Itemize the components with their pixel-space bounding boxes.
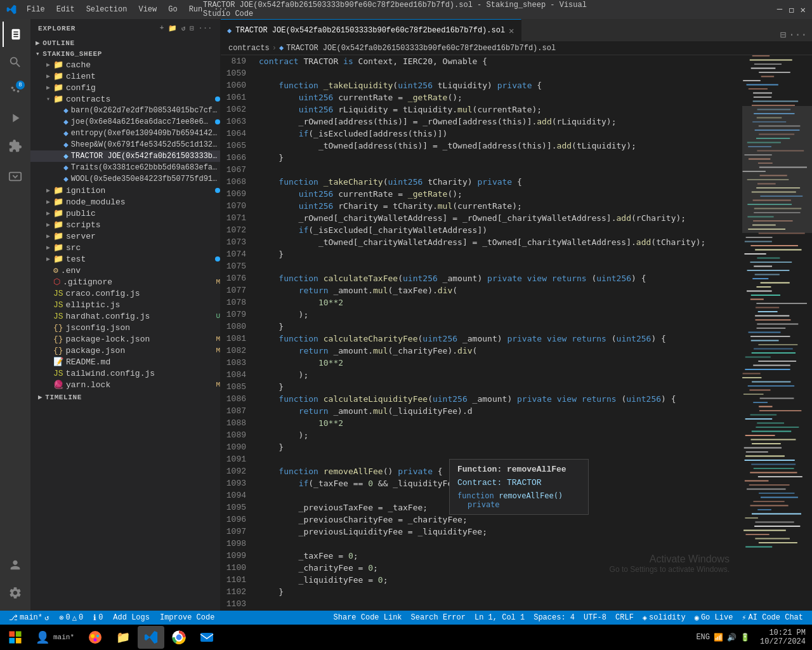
menu-view[interactable]: View [133,4,162,15]
tree-item-cache[interactable]: ▶ 📁 cache [30,59,220,70]
tree-item-config[interactable]: ▶ 📁 config [30,82,220,93]
git-branch-status[interactable]: ⎇ main* ↺ [5,611,53,625]
tree-item-entropy[interactable]: ◆ entropy(0xef0e1309409b7b6594142ba0f349… [30,128,220,139]
more-actions-icon[interactable]: ··· [789,29,807,41]
cursor-position-status[interactable]: Ln 1, Col 1 [471,613,528,622]
close-button[interactable]: ✕ [801,4,806,15]
taskbar-user[interactable]: 👤 main* [29,626,81,649]
tab-close-button[interactable]: ✕ [509,25,514,36]
taskbar-clock[interactable]: 10:21 PM 10/27/2024 [756,628,809,646]
encoding-status[interactable]: UTF-8 [580,613,610,622]
tree-item-tailwind[interactable]: JS tailwind.config.js [30,368,220,379]
language-systray[interactable]: ENG [696,633,710,642]
vscode-logo-icon [6,4,16,15]
time-display: 10:21 PM [769,628,806,637]
source-control-activity-icon[interactable]: 8 [3,77,28,103]
taskbar-custom-app[interactable] [82,626,108,649]
remote-explorer-activity-icon[interactable] [3,164,28,189]
collapse-all-icon[interactable]: ⊟ [190,24,194,32]
ai-code-chat-button[interactable]: ⚡ AI Code Chat [738,613,807,623]
search-activity-icon[interactable] [3,50,28,75]
tree-item-package[interactable]: {} package.json M [30,345,220,356]
project-section-header[interactable]: ▾ STAKING_SHEEP [30,48,220,59]
tree-item-contracts[interactable]: ▾ 📁 contracts [30,93,220,105]
code-line: } [259,586,742,598]
minimize-button[interactable]: ─ [777,4,782,15]
tree-item-env[interactable]: ⚙ .env [30,265,220,276]
windows-start-button[interactable] [3,625,28,650]
explorer-activity-icon[interactable] [3,22,28,47]
volume-icon[interactable]: 🔊 [727,633,737,642]
file-spacer [43,322,53,333]
share-code-button[interactable]: Share Code Link [330,613,406,622]
menu-edit[interactable]: Edit [51,4,80,15]
outline-section-header[interactable]: ▶ OUTLINE [30,37,220,48]
taskbar-outlook[interactable] [193,626,220,649]
tree-item-wool[interactable]: ◆ WOOL(0x5ede350e84223fb50775fd91a723f2c… [30,173,220,185]
battery-icon[interactable]: 🔋 [740,633,750,642]
outline-chevron-icon: ▶ [36,39,40,47]
tree-item-barn[interactable]: ◆ barn(0x262d7e2df7b08534015bc7cf259d918… [30,105,220,116]
tree-item-client[interactable]: ▶ 📁 client [30,70,220,82]
line-ending-status[interactable]: CRLF [612,613,638,622]
active-tab[interactable]: ◆ TRACTOR JOE(0x542fa0b261503333b90fe60c… [221,19,521,41]
tree-item-scripts[interactable]: ▶ 📁 scripts [30,219,220,230]
new-file-icon[interactable]: + [160,24,164,32]
tree-item-node-modules[interactable]: ▶ 📁 node_modules [30,196,220,208]
tree-item-readme[interactable]: 📝 README.md [30,356,220,368]
tree-item-craco[interactable]: JS craco.config.js [30,288,220,299]
menu-file[interactable]: File [22,4,50,15]
timeline-section-header[interactable]: ▶ TIMELINE [30,390,220,404]
new-folder-icon[interactable]: 📁 [168,24,178,32]
wifi-icon[interactable]: 📶 [714,633,723,642]
settings-activity-icon[interactable] [3,580,28,606]
tree-item-joe[interactable]: ◆ joe(0x6e84a6216ea6dacc71ee8e6b0a5b7... [30,116,220,128]
project-label: STAKING_SHEEP [43,50,102,58]
refresh-icon[interactable]: ↺ [181,24,186,32]
account-activity-icon[interactable] [3,552,28,578]
tree-item-traits[interactable]: ◆ Traits(0x3381ce62bbb5d69a683efafcf0587… [30,162,220,173]
run-debug-activity-icon[interactable] [3,105,28,131]
tree-item-test[interactable]: ▶ 📁 test [30,253,220,265]
tree-item-yarn[interactable]: 🧶 yarn.lock M [30,379,220,390]
info-status[interactable]: ℹ 0 [89,611,107,625]
git-untracked-badge: U [216,312,220,320]
menu-selection[interactable]: Selection [81,4,133,15]
tree-item-gitignore[interactable]: ⬡ .gitignore M [30,276,220,288]
tree-item-src[interactable]: ▶ 📁 src [30,242,220,253]
tree-item-ignition[interactable]: ▶ 📁 ignition [30,185,220,196]
extensions-activity-icon[interactable] [3,133,28,159]
language-status[interactable]: ◈ solidity [639,613,690,623]
errors-status[interactable]: ⊗ 0 △ 0 [55,611,87,625]
tree-item-packagelock[interactable]: {} package-lock.json M [30,333,220,345]
go-live-button[interactable]: ◉ Go Live [691,613,737,623]
maximize-button[interactable]: ◻ [789,4,794,15]
breadcrumb-filename[interactable]: TRACTOR JOE(0x542fa0b261503333b90fe60c78… [286,44,556,53]
add-logs-button[interactable]: Add Logs [109,611,154,625]
search-error-button[interactable]: Search Error [407,613,469,622]
tree-item-elliptic[interactable]: JS elliptic.js [30,299,220,310]
code-content[interactable]: contract TRACTOR is Context, IERC20, Own… [252,55,742,611]
language-label: solidity [649,613,686,622]
file-explorer-icon: 📁 [116,630,130,644]
code-line: function _takeCharity(uint256 tCharity) … [259,176,742,188]
menu-go[interactable]: Go [163,4,182,15]
spaces-status[interactable]: Spaces: 4 [530,613,579,622]
taskbar-file-explorer[interactable]: 📁 [110,626,136,649]
svg-point-8 [94,639,97,642]
tree-item-server[interactable]: ▶ 📁 server [30,230,220,242]
taskbar-chrome[interactable] [166,626,192,649]
tree-item-sheepw[interactable]: ◆ Sheep&W(0x6791f4e53452d55c1d132374eC84… [30,139,220,150]
cursor-position-label: Ln 1, Col 1 [475,613,525,622]
tree-item-jsconfig[interactable]: {} jsconfig.json [30,322,220,333]
ellipsis-icon[interactable]: ··· [199,24,213,32]
ai-icon: ⚡ [742,613,746,623]
split-editor-icon[interactable]: ⊟ [780,29,787,41]
breadcrumb-contracts[interactable]: contracts [228,44,270,53]
tree-item-tractor[interactable]: ◆ TRACTOR JOE(0x542fa0b261503333b90fe60c… [30,150,220,162]
tree-item-public[interactable]: ▶ 📁 public [30,208,220,219]
taskbar-vscode[interactable] [138,626,164,649]
improve-code-button[interactable]: Improve Code [156,611,218,625]
folder-icon: 📁 [53,94,63,104]
tree-item-hardhat[interactable]: JS hardhat.config.js U [30,310,220,322]
